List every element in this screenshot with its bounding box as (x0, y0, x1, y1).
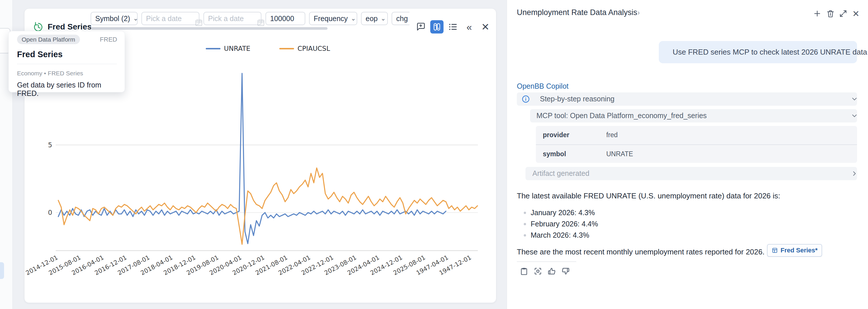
answer-outro-text: These are the most recent monthly unempl… (517, 248, 765, 256)
param-key: symbol (543, 150, 566, 158)
bullet-dot (524, 234, 526, 236)
mcp-params-table: provider fred symbol UNRATE (536, 126, 857, 163)
user-message-bubble: Use FRED series MCP to check latest 2026… (659, 41, 857, 63)
info-icon (521, 95, 530, 103)
widget-icon (772, 247, 778, 254)
thumbs-down-icon[interactable] (560, 266, 571, 277)
delete-chat-icon[interactable] (825, 8, 836, 19)
svg-text:0: 0 (48, 209, 52, 216)
artifact-label: Artifact generated (532, 169, 589, 177)
param-value: UNRATE (606, 150, 633, 158)
reasoning-step-label: Step-by-step reasoning (540, 95, 614, 103)
citation-chip-label: Fred Series* (781, 247, 817, 254)
sidebar-drawer-handle[interactable] (0, 262, 4, 279)
bullet-item: February 2026: 4.4% (531, 220, 598, 228)
bullet-dot (524, 223, 526, 225)
reasoning-step-bar[interactable]: Step-by-step reasoning (517, 92, 857, 106)
new-chat-icon[interactable] (811, 8, 823, 19)
param-key: provider (543, 131, 569, 139)
bullet-dot (524, 212, 526, 214)
tooltip-platform-badge: Open Data Platform (17, 35, 80, 44)
copy-icon[interactable] (519, 266, 529, 277)
divider (17, 64, 117, 64)
mcp-tool-step-bar[interactable]: MCP tool: Open Data Platform_economy_fre… (530, 109, 857, 122)
copilot-label[interactable]: OpenBB Copilot (517, 82, 568, 90)
fred-series-citation-chip[interactable]: Fred Series* (767, 244, 822, 257)
expand-panel-icon[interactable] (837, 8, 849, 19)
mcp-tool-label: MCP tool: Open Data Platform_economy_fre… (536, 111, 707, 120)
thumbs-up-icon[interactable] (546, 266, 557, 277)
copilot-panel: Unemployment Rate Data Analysis › ✕ Use … (507, 0, 868, 309)
view-artifact-icon[interactable] (532, 266, 544, 277)
svg-text:5: 5 (48, 141, 52, 149)
divider (517, 261, 576, 262)
tooltip-description: Get data by series ID from FRED. (17, 81, 125, 97)
close-panel-icon[interactable]: ✕ (850, 8, 862, 19)
tooltip-category: Economy • FRED Series (17, 70, 83, 77)
bullet-item: January 2026: 4.3% (531, 208, 595, 217)
chevron-right-icon[interactable]: › (638, 9, 640, 17)
table-row: symbol UNRATE (536, 144, 857, 163)
widget-info-tooltip: Open Data Platform FRED Fred Series Econ… (8, 31, 125, 92)
artifact-generated-bar[interactable]: Artifact generated (525, 167, 857, 180)
tooltip-source-label: FRED (100, 36, 117, 43)
tooltip-title: Fred Series (17, 50, 63, 59)
panel-title: Unemployment Rate Data Analysis (517, 8, 637, 17)
answer-intro-text: The latest available FRED UNRATE (U.S. u… (517, 192, 780, 200)
param-value: fred (606, 131, 618, 139)
table-row: provider fred (536, 126, 857, 144)
bullet-item: March 2026: 4.3% (531, 231, 589, 240)
